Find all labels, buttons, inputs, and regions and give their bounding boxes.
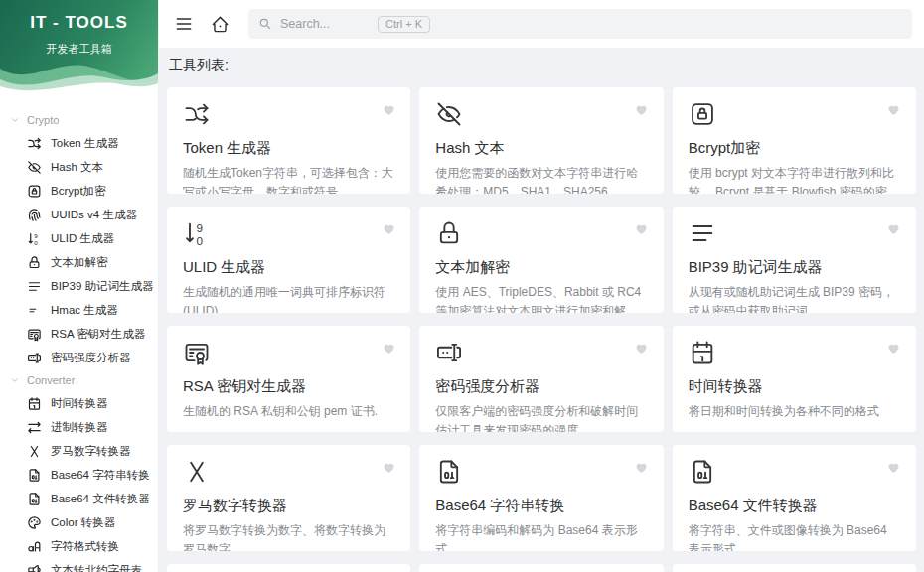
sidebar-item[interactable]: 字符格式转换 (0, 534, 158, 558)
sidebar-section-header[interactable]: Converter (0, 369, 158, 391)
heart-icon (382, 460, 396, 475)
tool-card[interactable]: Hash 文本使用您需要的函数对文本字符串进行哈希处理：MD5、SHA1、SHA… (419, 87, 663, 194)
tool-card-icon-wrap (435, 458, 647, 490)
tool-card-title: Base64 字符串转换 (435, 497, 647, 515)
tool-card[interactable]: RSA 密钥对生成器生随机的 RSA 私钥和公钥 pem 证书. (167, 326, 410, 432)
search-input[interactable] (280, 17, 370, 31)
tool-card[interactable]: Bcrypt加密使用 bcrypt 对文本字符串进行散列和比较。 Bcrypt … (673, 87, 916, 194)
favorite-button[interactable] (885, 458, 903, 476)
sidebar-item[interactable]: Token 生成器 (0, 131, 158, 155)
favorite-button[interactable] (633, 100, 651, 118)
tool-card-title: 文本加解密 (435, 258, 647, 277)
favorite-button[interactable] (885, 339, 903, 357)
sidebar-header: IT - TOOLS 开发者工具箱 (0, 0, 158, 95)
letter-case-icon (27, 539, 42, 554)
svg-text:9: 9 (196, 221, 202, 234)
tool-card-title: Base64 文件转换器 (689, 497, 900, 515)
tool-card[interactable]: Token 生成器随机生成Token字符串，可选择包含：大写或小写字母、数字和或… (167, 87, 410, 194)
tool-card-partial[interactable] (419, 564, 663, 572)
tool-card-title: 时间转换器 (689, 377, 900, 396)
tool-card-icon-wrap (689, 219, 900, 251)
tool-card-partial[interactable] (673, 564, 916, 572)
tool-card-icon-wrap (435, 339, 647, 370)
tool-card-icon-wrap (183, 339, 394, 370)
sidebar-item[interactable]: BIP39 助记词生成器 (0, 274, 158, 298)
tool-card-title: 罗马数字转换器 (183, 497, 394, 515)
favorite-button[interactable] (380, 219, 397, 237)
tool-card[interactable]: Base64 文件转换器将字符串、文件或图像转换为 Base64 表示形式. (673, 445, 916, 551)
tool-card[interactable]: 密码强度分析器仅限客户端的密码强度分析和破解时间估计工具来发现密码的强度.... (419, 326, 663, 432)
sidebar-item[interactable]: 时间转换器 (0, 391, 158, 415)
tool-card-description: 将日期和时间转换为各种不同的格式 (689, 402, 900, 421)
tool-card-description: 使用您需要的函数对文本字符串进行哈希处理：MD5、SHA1、SHA256、SHA… (435, 164, 647, 194)
sidebar-item[interactable]: 文本加解密 (0, 250, 158, 274)
palette-icon (27, 515, 42, 530)
favorite-button[interactable] (380, 339, 397, 357)
sidebar-item-label: BIP39 助记词生成器 (51, 279, 154, 294)
heart-icon (886, 102, 901, 117)
favorite-button[interactable] (633, 339, 651, 357)
arrows-left-right-icon (27, 420, 42, 435)
tool-card-description: 生随机的 RSA 私钥和公钥 pem 证书. (183, 402, 394, 421)
file-digit-icon (27, 492, 42, 506)
tool-card[interactable]: 90ULID 生成器生成随机的通用唯一词典可排序标识符 (ULID). (167, 207, 410, 313)
search-box[interactable]: Ctrl + K (248, 9, 912, 39)
favorite-button[interactable] (633, 458, 651, 476)
eye-off-icon (435, 100, 463, 128)
sidebar-item[interactable]: Bcrypt加密 (0, 179, 158, 203)
menu-toggle-button[interactable] (169, 9, 199, 39)
sidebar-item[interactable]: 进制转换器 (0, 415, 158, 439)
app-subtitle: 开发者工具箱 (0, 42, 158, 57)
tool-card-icon-wrap (435, 100, 647, 132)
favorite-button[interactable] (633, 219, 651, 237)
sidebar-item[interactable]: Hmac 生成器 (0, 298, 158, 322)
tool-card-description: 随机生成Token字符串，可选择包含：大写或小写字母、数字和或符号.... (183, 164, 394, 194)
sidebar-item[interactable]: RSA 密钥对生成器 (0, 322, 158, 346)
sidebar-item[interactable]: 90ULID 生成器 (0, 226, 158, 250)
sidebar-item[interactable]: Base64 文件转换器 (0, 487, 158, 510)
heart-icon (634, 102, 649, 117)
fingerprint-icon (27, 208, 42, 222)
sidebar-item[interactable]: Hash 文本 (0, 155, 158, 179)
sidebar-nav: CryptoToken 生成器Hash 文本Bcrypt加密UUIDs v4 生… (0, 95, 158, 572)
tool-card[interactable]: 罗马数字转换器将罗马数字转换为数字、将数字转换为罗马数字. (167, 445, 410, 551)
sidebar-item[interactable]: Color 转换器 (0, 510, 158, 534)
sidebar-section-header[interactable]: Crypto (0, 109, 158, 131)
favorite-button[interactable] (885, 100, 903, 118)
home-button[interactable] (205, 9, 234, 39)
favorite-button[interactable] (380, 100, 397, 118)
sidebar: IT - TOOLS 开发者工具箱 CryptoToken 生成器Hash 文本… (0, 0, 159, 572)
chevron-down-icon (10, 115, 20, 125)
favorite-button[interactable] (885, 219, 903, 237)
tool-card[interactable]: 文本加解密使用 AES、TripleDES、Rabbit 或 RC4 等加密算法… (419, 207, 663, 313)
tool-card-icon-wrap (183, 100, 394, 132)
sidebar-item[interactable]: UUIDs v4 生成器 (0, 203, 158, 226)
tool-card[interactable]: BIP39 助记词生成器从现有或随机助记词生成 BIP39 密码，或从密码中获取… (673, 207, 916, 313)
tool-card[interactable]: 时间转换器将日期和时间转换为各种不同的格式 (673, 326, 916, 432)
file-digit-icon (435, 458, 463, 486)
main-area: Ctrl + K 工具列表: Token 生成器随机生成Token字符串，可选择… (159, 0, 924, 572)
sidebar-item[interactable]: 文本转北约字母表 (0, 558, 158, 572)
lock-square-icon (689, 100, 716, 128)
tool-card-partial[interactable] (167, 564, 410, 572)
page-title: 工具列表: (169, 57, 916, 74)
sidebar-item[interactable]: 密码强度分析器 (0, 346, 158, 369)
tool-card-title: Token 生成器 (183, 139, 394, 158)
sidebar-item-label: Token 生成器 (51, 136, 118, 151)
password-field-icon (27, 351, 42, 365)
sidebar-item-label: 罗马数字转换器 (51, 444, 131, 459)
tool-card[interactable]: Base64 字符串转换将字符串编码和解码为 Base64 表示形式. (419, 445, 663, 551)
sidebar-item[interactable]: Base64 字符串转换 (0, 463, 158, 487)
home-icon (211, 15, 230, 34)
tool-card-description: 使用 bcrypt 对文本字符串进行散列和比较。 Bcrypt 是基于 Blow… (689, 164, 900, 194)
tool-card-icon-wrap (183, 458, 394, 490)
sidebar-item-label: Bcrypt加密 (51, 184, 106, 199)
heart-icon (886, 341, 901, 356)
search-icon-wrap (258, 17, 272, 31)
app-title: IT - TOOLS (0, 0, 158, 33)
heart-icon (634, 460, 649, 475)
sidebar-item-label: ULID 生成器 (51, 231, 114, 246)
tool-card-description: 生成随机的通用唯一词典可排序标识符 (ULID). (183, 283, 394, 313)
favorite-button[interactable] (380, 458, 397, 476)
sidebar-item[interactable]: 罗马数字转换器 (0, 439, 158, 463)
